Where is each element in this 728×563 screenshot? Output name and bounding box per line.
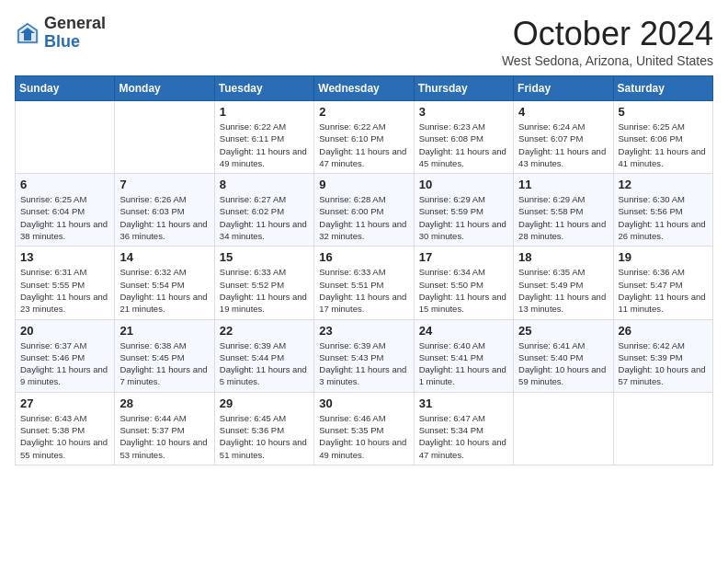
logo-text: General Blue xyxy=(44,15,106,52)
calendar-cell: 18Sunrise: 6:35 AM Sunset: 5:49 PM Dayli… xyxy=(514,247,613,319)
calendar-cell: 12Sunrise: 6:30 AM Sunset: 5:56 PM Dayli… xyxy=(613,174,712,247)
day-number: 28 xyxy=(119,396,209,410)
day-number: 14 xyxy=(119,250,209,264)
calendar-cell: 17Sunrise: 6:34 AM Sunset: 5:50 PM Dayli… xyxy=(414,247,513,319)
day-number: 12 xyxy=(619,178,708,191)
day-detail: Sunrise: 6:47 AM Sunset: 5:34 PM Dayligh… xyxy=(419,412,508,461)
calendar-cell: 28Sunrise: 6:44 AM Sunset: 5:37 PM Dayli… xyxy=(115,392,214,465)
calendar-cell: 27Sunrise: 6:43 AM Sunset: 5:38 PM Dayli… xyxy=(16,392,115,465)
calendar-cell: 13Sunrise: 6:31 AM Sunset: 5:55 PM Dayli… xyxy=(16,247,115,319)
calendar-cell: 24Sunrise: 6:40 AM Sunset: 5:41 PM Dayli… xyxy=(414,319,513,392)
calendar-cell: 9Sunrise: 6:28 AM Sunset: 6:00 PM Daylig… xyxy=(314,174,414,247)
day-detail: Sunrise: 6:39 AM Sunset: 5:44 PM Dayligh… xyxy=(220,339,309,388)
calendar-week-1: 1Sunrise: 6:22 AM Sunset: 6:11 PM Daylig… xyxy=(16,101,713,174)
day-number: 2 xyxy=(319,105,408,119)
calendar-week-2: 6Sunrise: 6:25 AM Sunset: 6:04 PM Daylig… xyxy=(16,174,713,247)
day-detail: Sunrise: 6:25 AM Sunset: 6:06 PM Dayligh… xyxy=(619,121,708,169)
calendar-cell: 10Sunrise: 6:29 AM Sunset: 5:59 PM Dayli… xyxy=(414,174,513,247)
day-header-thursday: Thursday xyxy=(414,76,513,101)
day-number: 31 xyxy=(419,396,508,410)
calendar-cell: 16Sunrise: 6:33 AM Sunset: 5:51 PM Dayli… xyxy=(314,247,414,319)
day-number: 19 xyxy=(619,250,708,264)
day-header-saturday: Saturday xyxy=(613,76,712,101)
day-detail: Sunrise: 6:36 AM Sunset: 5:47 PM Dayligh… xyxy=(619,266,708,315)
day-header-wednesday: Wednesday xyxy=(314,76,414,101)
day-number: 4 xyxy=(518,105,608,119)
day-number: 10 xyxy=(419,178,508,191)
day-number: 21 xyxy=(119,324,209,338)
day-header-sunday: Sunday xyxy=(16,76,115,101)
day-detail: Sunrise: 6:23 AM Sunset: 6:08 PM Dayligh… xyxy=(419,121,508,169)
day-number: 15 xyxy=(220,250,309,264)
day-detail: Sunrise: 6:45 AM Sunset: 5:36 PM Dayligh… xyxy=(220,412,309,461)
day-number: 23 xyxy=(319,324,408,338)
day-detail: Sunrise: 6:29 AM Sunset: 5:59 PM Dayligh… xyxy=(419,193,508,242)
calendar-cell: 19Sunrise: 6:36 AM Sunset: 5:47 PM Dayli… xyxy=(613,247,712,319)
calendar-week-3: 13Sunrise: 6:31 AM Sunset: 5:55 PM Dayli… xyxy=(16,247,713,319)
day-header-friday: Friday xyxy=(514,76,613,101)
calendar-cell: 29Sunrise: 6:45 AM Sunset: 5:36 PM Dayli… xyxy=(214,392,313,465)
calendar-cell: 21Sunrise: 6:38 AM Sunset: 5:45 PM Dayli… xyxy=(115,319,214,392)
calendar-header-row: SundayMondayTuesdayWednesdayThursdayFrid… xyxy=(16,76,713,101)
location-subtitle: West Sedona, Arizona, United States xyxy=(502,53,713,68)
calendar-cell: 22Sunrise: 6:39 AM Sunset: 5:44 PM Dayli… xyxy=(214,319,313,392)
calendar-cell: 23Sunrise: 6:39 AM Sunset: 5:43 PM Dayli… xyxy=(314,319,414,392)
calendar-cell: 7Sunrise: 6:26 AM Sunset: 6:03 PM Daylig… xyxy=(115,174,214,247)
day-header-tuesday: Tuesday xyxy=(214,76,313,101)
day-number: 11 xyxy=(518,178,608,191)
day-detail: Sunrise: 6:46 AM Sunset: 5:35 PM Dayligh… xyxy=(319,412,408,461)
calendar-week-4: 20Sunrise: 6:37 AM Sunset: 5:46 PM Dayli… xyxy=(16,319,713,392)
day-number: 6 xyxy=(20,178,109,191)
day-detail: Sunrise: 6:31 AM Sunset: 5:55 PM Dayligh… xyxy=(20,266,109,315)
day-detail: Sunrise: 6:27 AM Sunset: 6:02 PM Dayligh… xyxy=(220,193,309,242)
calendar-cell: 15Sunrise: 6:33 AM Sunset: 5:52 PM Dayli… xyxy=(214,247,313,319)
calendar-cell: 8Sunrise: 6:27 AM Sunset: 6:02 PM Daylig… xyxy=(214,174,313,247)
day-header-monday: Monday xyxy=(115,76,214,101)
calendar-cell xyxy=(514,392,613,465)
day-detail: Sunrise: 6:22 AM Sunset: 6:11 PM Dayligh… xyxy=(220,121,309,169)
calendar-cell: 14Sunrise: 6:32 AM Sunset: 5:54 PM Dayli… xyxy=(115,247,214,319)
day-number: 5 xyxy=(619,105,708,119)
calendar-cell: 4Sunrise: 6:24 AM Sunset: 6:07 PM Daylig… xyxy=(514,101,613,174)
day-number: 13 xyxy=(20,250,109,264)
calendar-cell xyxy=(115,101,214,174)
day-number: 9 xyxy=(319,178,408,191)
day-number: 18 xyxy=(518,250,608,264)
calendar-cell: 3Sunrise: 6:23 AM Sunset: 6:08 PM Daylig… xyxy=(414,101,513,174)
day-detail: Sunrise: 6:24 AM Sunset: 6:07 PM Dayligh… xyxy=(518,121,608,169)
calendar-cell xyxy=(613,392,712,465)
day-detail: Sunrise: 6:25 AM Sunset: 6:04 PM Dayligh… xyxy=(20,193,109,242)
day-detail: Sunrise: 6:39 AM Sunset: 5:43 PM Dayligh… xyxy=(319,339,408,388)
day-detail: Sunrise: 6:43 AM Sunset: 5:38 PM Dayligh… xyxy=(20,412,109,461)
logo-icon xyxy=(15,20,40,46)
day-number: 16 xyxy=(319,250,408,264)
logo-general: General xyxy=(44,14,106,32)
day-detail: Sunrise: 6:38 AM Sunset: 5:45 PM Dayligh… xyxy=(119,339,209,388)
day-detail: Sunrise: 6:28 AM Sunset: 6:00 PM Dayligh… xyxy=(319,193,408,242)
calendar-cell: 2Sunrise: 6:22 AM Sunset: 6:10 PM Daylig… xyxy=(314,101,414,174)
day-detail: Sunrise: 6:26 AM Sunset: 6:03 PM Dayligh… xyxy=(119,193,209,242)
day-number: 3 xyxy=(419,105,508,119)
day-number: 17 xyxy=(419,250,508,264)
day-detail: Sunrise: 6:32 AM Sunset: 5:54 PM Dayligh… xyxy=(119,266,209,315)
calendar-table: SundayMondayTuesdayWednesdayThursdayFrid… xyxy=(15,75,713,465)
month-title: October 2024 xyxy=(502,15,713,53)
day-number: 24 xyxy=(419,324,508,338)
calendar-cell: 30Sunrise: 6:46 AM Sunset: 5:35 PM Dayli… xyxy=(314,392,414,465)
day-detail: Sunrise: 6:33 AM Sunset: 5:52 PM Dayligh… xyxy=(220,266,309,315)
day-detail: Sunrise: 6:44 AM Sunset: 5:37 PM Dayligh… xyxy=(119,412,209,461)
day-detail: Sunrise: 6:33 AM Sunset: 5:51 PM Dayligh… xyxy=(319,266,408,315)
calendar-cell: 26Sunrise: 6:42 AM Sunset: 5:39 PM Dayli… xyxy=(613,319,712,392)
day-detail: Sunrise: 6:40 AM Sunset: 5:41 PM Dayligh… xyxy=(419,339,508,388)
day-number: 25 xyxy=(518,324,608,338)
day-number: 22 xyxy=(220,324,309,338)
page-header: General Blue October 2024 West Sedona, A… xyxy=(15,15,713,68)
day-number: 1 xyxy=(220,105,309,119)
calendar-cell: 31Sunrise: 6:47 AM Sunset: 5:34 PM Dayli… xyxy=(414,392,513,465)
day-number: 30 xyxy=(319,396,408,410)
day-detail: Sunrise: 6:35 AM Sunset: 5:49 PM Dayligh… xyxy=(518,266,608,315)
calendar-cell: 1Sunrise: 6:22 AM Sunset: 6:11 PM Daylig… xyxy=(214,101,313,174)
calendar-cell: 5Sunrise: 6:25 AM Sunset: 6:06 PM Daylig… xyxy=(613,101,712,174)
day-number: 26 xyxy=(619,324,708,338)
day-number: 7 xyxy=(119,178,209,191)
